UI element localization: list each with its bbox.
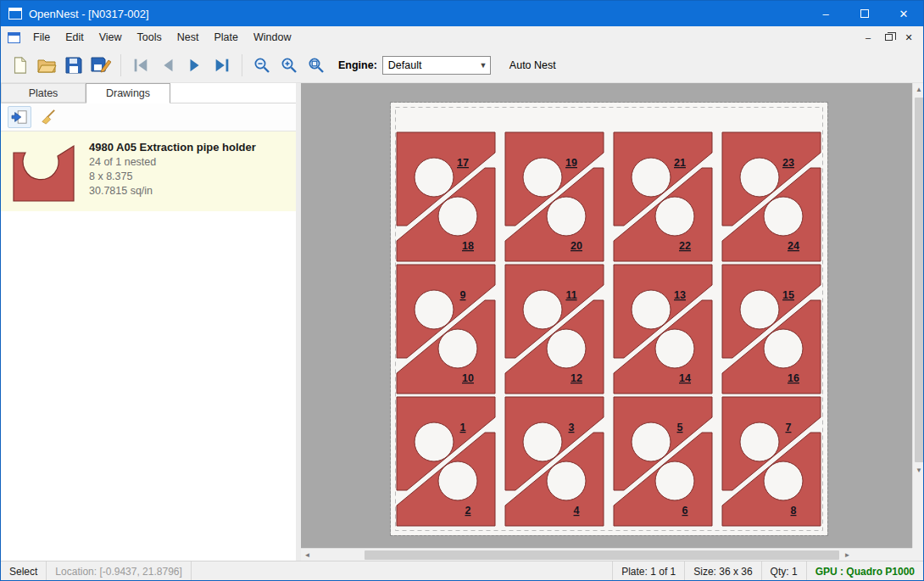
part-number-label: 9: [460, 289, 466, 301]
status-bar: Select Location: [-0.9437, 21.8796] Plat…: [1, 561, 923, 581]
engine-value: Default: [383, 59, 476, 71]
import-drawing-button[interactable]: [8, 106, 31, 128]
panel-tabs: Plates Drawings: [1, 83, 296, 103]
nav-last-icon: [213, 56, 231, 75]
drawing-nested-count: 24 of 1 nested: [89, 156, 256, 168]
zoom-fit-icon: [307, 56, 326, 75]
open-folder-icon: [36, 56, 57, 75]
part-number-label: 14: [679, 372, 691, 384]
menu-window[interactable]: Window: [246, 26, 298, 48]
nav-first-button[interactable]: [127, 52, 154, 79]
part-number-label: 22: [679, 240, 691, 252]
nav-first-icon: [131, 56, 150, 75]
scroll-left-icon[interactable]: ◄: [301, 549, 314, 561]
status-qty: Qty: 1: [761, 561, 806, 581]
title-bar: OpenNest - [N0317-002] – ✕: [1, 1, 923, 26]
menu-edit[interactable]: Edit: [58, 26, 92, 48]
clear-drawings-button[interactable]: [36, 106, 60, 128]
nav-prev-icon: [159, 56, 177, 75]
tab-plates[interactable]: Plates: [1, 83, 86, 103]
main-toolbar: Engine: Default ▼ Auto Nest: [1, 48, 923, 83]
engine-select[interactable]: Default ▼: [382, 56, 491, 75]
nest-canvas[interactable]: 171819202122232491011121314151612345678 …: [301, 83, 924, 561]
part-number-label: 7: [786, 422, 792, 433]
save-icon: [64, 56, 83, 75]
part-number-label: 16: [788, 372, 799, 384]
part-number-label: 19: [565, 157, 577, 169]
left-panel: Plates Drawings: [1, 83, 296, 561]
save-as-button[interactable]: [87, 52, 114, 79]
chevron-down-icon[interactable]: ▼: [476, 57, 490, 74]
zoom-in-button[interactable]: [276, 52, 303, 79]
menu-file[interactable]: File: [25, 26, 58, 48]
part-number-label: 2: [465, 505, 471, 517]
part-number-label: 8: [791, 505, 797, 517]
new-button[interactable]: [6, 52, 33, 79]
vertical-scroll-thumb[interactable]: [915, 98, 924, 462]
drawing-size: 8 x 8.375: [89, 170, 256, 182]
maximize-icon[interactable]: [845, 1, 884, 26]
part-number-label: 20: [571, 240, 582, 252]
auto-nest-button[interactable]: Auto Nest: [504, 56, 561, 75]
part-number-label: 11: [565, 289, 576, 301]
menu-bar: File Edit View Tools Nest Plate Window –…: [1, 26, 923, 48]
part-number-label: 1: [460, 422, 466, 433]
broom-icon: [40, 109, 57, 125]
plate-sheet[interactable]: 171819202122232491011121314151612345678: [391, 103, 827, 535]
drawing-list: 4980 A05 Extraction pipe holder 24 of 1 …: [1, 131, 296, 211]
scroll-up-icon[interactable]: ▲: [913, 83, 924, 96]
part-number-label: 17: [457, 157, 469, 169]
mdi-restore-icon[interactable]: [879, 29, 898, 46]
mdi-minimize-icon[interactable]: –: [859, 29, 877, 46]
nested-parts-drawing: 171819202122232491011121314151612345678: [391, 103, 827, 535]
scroll-right-icon[interactable]: ►: [841, 549, 854, 561]
status-plate-size: Size: 36 x 36: [684, 561, 760, 581]
status-gpu: GPU : Quadro P1000: [806, 561, 923, 581]
engine-label: Engine:: [338, 59, 377, 71]
status-mode: Select: [1, 561, 47, 581]
menu-nest[interactable]: Nest: [170, 26, 207, 48]
drawing-area: 30.7815 sq/in: [89, 185, 256, 197]
app-window: OpenNest - [N0317-002] – ✕ File Edit Vie…: [0, 0, 924, 581]
part-number-label: 13: [674, 289, 686, 301]
canvas-viewport[interactable]: 171819202122232491011121314151612345678: [301, 83, 912, 548]
horizontal-scroll-thumb[interactable]: [365, 550, 839, 560]
tab-drawings[interactable]: Drawings: [86, 83, 170, 103]
drawing-list-item[interactable]: 4980 A05 Extraction pipe holder 24 of 1 …: [1, 131, 296, 211]
zoom-out-button[interactable]: [248, 52, 276, 79]
menu-tools[interactable]: Tools: [130, 26, 170, 48]
part-number-label: 3: [569, 422, 575, 433]
mdi-close-icon[interactable]: ✕: [899, 29, 918, 46]
part-number-label: 10: [462, 372, 474, 384]
toolbar-separator: [120, 54, 121, 76]
vertical-scrollbar[interactable]: ▲ ▼: [912, 83, 924, 548]
document-icon[interactable]: [8, 32, 20, 43]
menu-plate[interactable]: Plate: [206, 26, 246, 48]
nav-last-button[interactable]: [209, 52, 236, 79]
scroll-down-icon[interactable]: ▼: [913, 464, 924, 477]
nav-prev-button[interactable]: [154, 52, 181, 79]
toolbar-separator: [242, 54, 242, 76]
new-file-icon: [10, 56, 29, 75]
open-button[interactable]: [33, 52, 60, 79]
app-icon: [8, 8, 22, 20]
mdi-window-controls: – ✕: [859, 29, 923, 46]
save-button[interactable]: [60, 52, 87, 79]
window-controls: – ✕: [806, 1, 923, 26]
status-location: Location: [-0.9437, 21.8796]: [47, 561, 191, 581]
part-thumbnail: [11, 142, 77, 204]
zoom-fit-button[interactable]: [303, 52, 330, 79]
close-icon[interactable]: ✕: [884, 1, 923, 26]
part-number-label: 12: [571, 372, 582, 384]
nav-next-icon: [186, 56, 204, 75]
part-number-label: 18: [462, 240, 474, 252]
horizontal-scrollbar[interactable]: ◄ ►: [301, 548, 912, 561]
part-number-label: 23: [782, 157, 794, 169]
zoom-out-icon: [253, 56, 271, 75]
minimize-icon[interactable]: –: [806, 1, 845, 26]
nav-next-button[interactable]: [181, 52, 209, 79]
main-area: Plates Drawings: [1, 83, 923, 561]
window-title: OpenNest - [N0317-002]: [29, 8, 149, 20]
scrollbar-corner: [912, 548, 924, 561]
menu-view[interactable]: View: [92, 26, 130, 48]
